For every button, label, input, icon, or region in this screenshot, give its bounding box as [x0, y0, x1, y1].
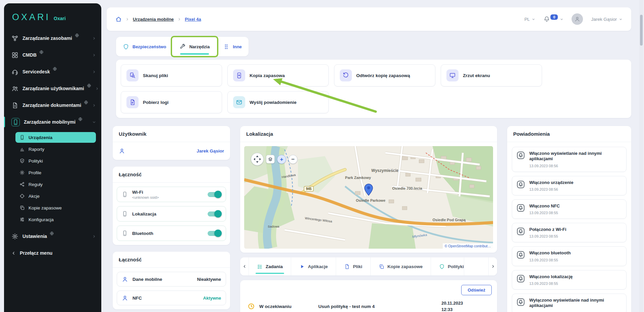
- tool-label: Pobierz logi: [143, 100, 169, 105]
- sidebar-item-zarzadzanie-uzytkownikami[interactable]: Zarządzanie użytkownikami: [4, 80, 101, 97]
- panel-title: Użytkownik: [113, 126, 230, 142]
- main-content: Urządzenia mobilne Pixel 4a PL 0: [107, 7, 631, 312]
- breadcrumb-link-pixel-4a[interactable]: Pixel 4a: [185, 17, 201, 22]
- notification-item[interactable]: Włączono bluetooth13.09.2023 08:55: [512, 246, 627, 266]
- tools-icon: [179, 44, 186, 50]
- tool-zrzut-ekranu[interactable]: Zrzut ekranu: [441, 64, 542, 86]
- tool-odtworz-kopie-zapasowa[interactable]: Odtwórz kopię zapasową: [334, 64, 435, 86]
- bluetooth-toggle[interactable]: [208, 231, 221, 236]
- map-route-badge: 945: [306, 187, 312, 191]
- language-selector[interactable]: PL: [524, 17, 535, 22]
- tools-panel: Skanuj pliki Kopia zapasowa Odtwórz kopi…: [116, 60, 631, 118]
- tool-pobierz-logi[interactable]: Pobierz logi: [121, 91, 222, 113]
- tab-bezpieczenstwo[interactable]: Bezpieczeństwo: [116, 37, 173, 56]
- connectivity-toggles: Wi-Fi <unknown ssid> Lokalizacja: [113, 183, 230, 245]
- collapse-menu-label: Przełącz menu: [20, 250, 52, 256]
- tabs-scroll-left-button[interactable]: [240, 257, 249, 275]
- map-controls: + −: [251, 153, 298, 166]
- tab-kopie-zapasowe[interactable]: Kopie zapasowe: [371, 257, 431, 275]
- sidebar-item-akcje[interactable]: Akcje: [15, 191, 96, 201]
- task-row[interactable]: W oczekiwaniu Usuń politykę - test num 4…: [246, 301, 492, 312]
- globe-badge-icon: [53, 67, 57, 71]
- notification-item[interactable]: Włączono wyświetlanie nad innymi aplikac…: [512, 147, 627, 172]
- tool-kopia-zapasowa[interactable]: Kopia zapasowa: [227, 64, 329, 86]
- tab-narzedzia[interactable]: Narzędzia: [173, 37, 216, 56]
- sidebar-item-zarzadzanie-dokumentami[interactable]: Zarządzanie dokumentami: [4, 97, 101, 114]
- sidebar-item-zarzadzanie-zasobami[interactable]: Zarządzanie zasobami: [4, 30, 101, 47]
- tool-label: Skanuj pliki: [143, 73, 168, 78]
- sidebar-item-raporty[interactable]: Raporty: [15, 144, 96, 154]
- mobile-data-icon: [122, 276, 128, 283]
- notification-bell-icon: [516, 203, 525, 212]
- map-zoom-out-button[interactable]: −: [288, 155, 298, 164]
- notification-time: 13.09.2023 08:55: [529, 234, 566, 238]
- sidebar-item-servicedesk[interactable]: Servicedesk: [4, 63, 101, 80]
- scan-files-icon: [126, 69, 139, 81]
- sidebar-item-polityki[interactable]: Polityki: [15, 155, 96, 166]
- page-scrollbar[interactable]: [639, 0, 643, 312]
- right-column: Powiadomienia Włączono wyświetlanie nad …: [507, 126, 631, 312]
- globe-badge-icon: [50, 231, 54, 236]
- notification-time: 13.09.2023 08:55: [529, 258, 571, 262]
- task-date: 20.11.2023: [441, 301, 463, 306]
- notifications-list: Włączono wyświetlanie nad innymi aplikac…: [507, 142, 631, 312]
- wifi-toggle[interactable]: [208, 192, 221, 197]
- map-zoom-in-button[interactable]: +: [277, 155, 286, 164]
- breadcrumb-link-urzadzenia-mobilne[interactable]: Urządzenia mobilne: [133, 17, 174, 22]
- tab-inne[interactable]: Inne: [216, 37, 249, 56]
- sliders-icon: [19, 217, 25, 222]
- notification-item[interactable]: Połączono z Wi-Fi13.09.2023 08:55: [512, 223, 627, 242]
- tab-zadania[interactable]: Zadania: [249, 257, 291, 275]
- map-marker-icon[interactable]: [364, 184, 373, 196]
- notifications-button[interactable]: 0: [543, 16, 564, 22]
- sidebar: OXARI Oxari Zarządzanie zasobami CMDB Se…: [4, 3, 101, 312]
- gear-icon: [11, 233, 18, 240]
- notification-text: Wyłączono wyświetlanie nad innymi aplika…: [529, 298, 622, 309]
- collapse-menu-button[interactable]: Przełącz menu: [4, 245, 101, 261]
- chevron-right-icon: [92, 70, 96, 74]
- location-toggle[interactable]: [208, 211, 221, 216]
- sidebar-item-profile[interactable]: Profile: [15, 167, 96, 178]
- middle-column: Lokalizacja: [240, 126, 497, 312]
- tab-label: Narzędzia: [189, 44, 210, 49]
- home-icon[interactable]: [115, 16, 122, 22]
- chevron-down-icon: [560, 17, 564, 21]
- servicedesk-icon: [11, 68, 18, 75]
- notification-count-badge: 0: [550, 14, 558, 20]
- notification-item[interactable]: Włączono urządzenie13.09.2023 08:56: [512, 176, 627, 195]
- tab-aplikacje[interactable]: Aplikacje: [291, 257, 336, 275]
- sidebar-item-reguly[interactable]: Reguły: [15, 179, 96, 190]
- task-status: W oczekiwaniu: [259, 304, 310, 309]
- map-pan-control[interactable]: [251, 153, 264, 166]
- map-attribution[interactable]: © OpenStreetMap contribut…: [443, 243, 493, 249]
- notification-item[interactable]: Włączono NFC13.09.2023 08:55: [512, 199, 627, 219]
- chevron-right-icon: [92, 37, 96, 40]
- notification-item[interactable]: Włączono lokalizację13.09.2023 08:55: [512, 270, 627, 290]
- scrollbar-thumb[interactable]: [640, 15, 643, 46]
- grid-dots-icon: [223, 44, 229, 50]
- sidebar-item-urzadzenia[interactable]: Urządzenia: [15, 132, 96, 143]
- bluetooth-label: Bluetooth: [132, 231, 153, 236]
- sidebar-item-ustawienia[interactable]: Ustawienia: [4, 228, 101, 245]
- map[interactable]: Wyszymieście Park Zamkowy Osiedle Parkow…: [244, 146, 493, 249]
- sidebar-item-konfiguracja[interactable]: Konfiguracja: [15, 214, 96, 225]
- mobile-device-icon: [11, 118, 20, 126]
- language-label: PL: [524, 17, 530, 22]
- user-link[interactable]: Jarek Gąsior: [197, 148, 224, 153]
- sidebar-item-kopie-zapasowe[interactable]: Kopie zapasowe: [15, 202, 96, 213]
- notification-item[interactable]: Wyłączono wyświetlanie nad innymi aplika…: [512, 294, 627, 312]
- file-icon: [344, 264, 350, 269]
- user-menu[interactable]: Jarek Gąsior: [591, 17, 623, 22]
- map-layers-button[interactable]: [266, 155, 275, 164]
- avatar[interactable]: [572, 13, 583, 25]
- sidebar-item-cmdb[interactable]: CMDB: [4, 47, 101, 63]
- sidebar-item-zarzadzanie-mobilnymi[interactable]: Zarządzanie mobilnymi: [4, 114, 101, 130]
- refresh-button[interactable]: Odśwież: [461, 285, 492, 295]
- notification-text: Włączono lokalizację: [529, 274, 573, 279]
- tool-skanuj-pliki[interactable]: Skanuj pliki: [121, 64, 222, 86]
- tab-pliki[interactable]: Pliki: [336, 257, 371, 275]
- tab-polityki[interactable]: Polityki: [431, 257, 464, 275]
- tabs-scroll-right-button[interactable]: [488, 257, 497, 275]
- tool-wyslij-powiadomienie[interactable]: Wyślij powiadomienie: [227, 91, 329, 113]
- chevron-down-icon: [619, 17, 623, 21]
